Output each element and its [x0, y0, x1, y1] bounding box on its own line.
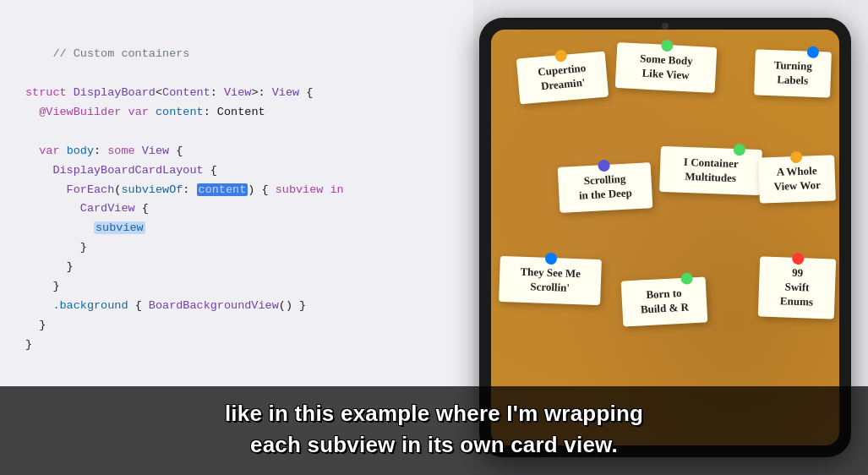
pin-purple	[598, 160, 610, 172]
pin-blue2	[545, 253, 557, 265]
subtitle-text: like in this example where I'm wrapping …	[51, 398, 817, 460]
pin-green2	[734, 144, 745, 156]
code-highlight-content: content	[197, 183, 248, 196]
note-container-multitudes: I ContainerMultitudes	[659, 146, 762, 195]
note-scrolling-deep: Scrollingin the Deep	[558, 162, 653, 212]
code-plain	[67, 86, 74, 99]
note-turning-labels: TurningLabels	[754, 49, 832, 97]
ipad-screen: Cupertino Dreamin' Some BodyLike View Tu…	[491, 30, 839, 445]
pin-orange2	[790, 151, 802, 163]
code-comment: // Custom containers	[52, 47, 189, 60]
note-some-body-like-view: Some BodyLike View	[615, 42, 718, 93]
pin-green	[661, 40, 674, 52]
pin-red	[792, 253, 804, 265]
code-highlight-subview: subview	[94, 221, 145, 234]
pin-blue	[807, 46, 819, 58]
note-born-to-build: Born toBuild & R	[621, 276, 708, 326]
ipad-camera	[662, 23, 669, 30]
note-99-swift-enums: 99Swift Enums	[758, 256, 836, 319]
code-keyword-struct: struct	[25, 86, 67, 99]
note-they-see-me: They See MeScrollin'	[499, 256, 602, 305]
pin-green3	[680, 272, 693, 285]
code-block: // Custom containers struct DisplayBoard…	[25, 25, 448, 374]
subtitle-bar: like in this example where I'm wrapping …	[0, 386, 868, 475]
pin-orange	[554, 50, 567, 63]
code-type-displayboard: DisplayBoard	[74, 86, 156, 99]
note-whole-view-wor: A WholeView Wor	[758, 155, 836, 203]
note-cupertino-dreamin: Cupertino Dreamin'	[516, 52, 609, 105]
